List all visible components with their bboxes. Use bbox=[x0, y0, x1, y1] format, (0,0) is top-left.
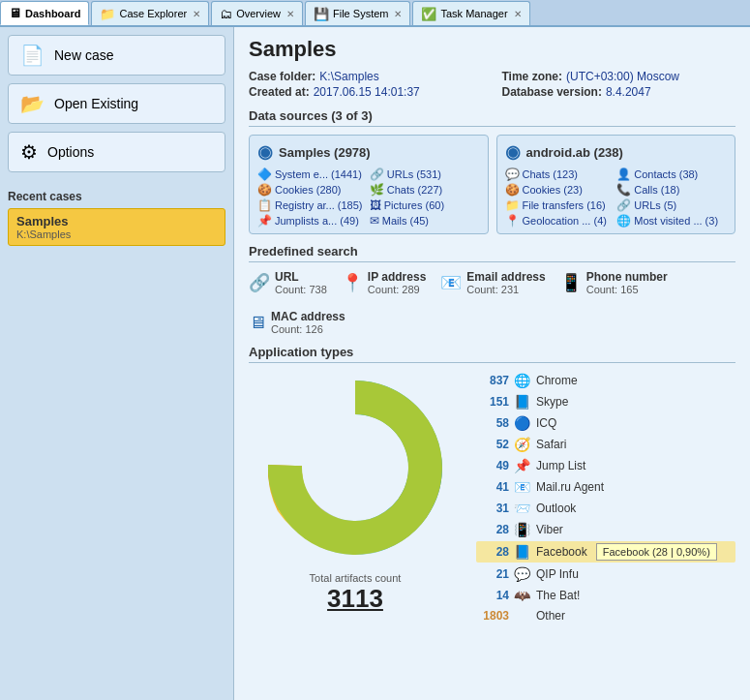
app-row-3[interactable]: 52 🧭 Safari bbox=[476, 435, 735, 454]
ds-item-0-0[interactable]: 🔷System e... (1441) bbox=[257, 167, 368, 181]
app-row-8[interactable]: 28 📘 Facebook Facebook (28 | 0,90%) bbox=[476, 541, 735, 563]
ds-item-1-3[interactable]: 📞Calls (18) bbox=[616, 183, 727, 197]
pred-text-0: URL Count: 738 bbox=[275, 270, 327, 295]
app-row-4[interactable]: 49 📌 Jump List bbox=[476, 456, 735, 475]
ds-item-icon-1-3: 📞 bbox=[616, 183, 631, 197]
predefined-search-title: Predefined search bbox=[249, 244, 735, 262]
open-existing-button[interactable]: 📂 Open Existing bbox=[8, 83, 225, 124]
predefined-item-2[interactable]: 📧 Email address Count: 231 bbox=[440, 270, 545, 295]
ds-item-1-1[interactable]: 👤Contacts (38) bbox=[616, 167, 727, 181]
ds-item-icon-1-0: 💬 bbox=[505, 167, 520, 181]
created-at-row: Created at: 2017.06.15 14:01:37 bbox=[249, 85, 483, 99]
ds-item-1-6[interactable]: 📍Geolocation ... (4) bbox=[505, 214, 615, 228]
ds-item-0-1[interactable]: 🔗URLs (531) bbox=[370, 167, 480, 181]
meta-grid: Case folder: K:\Samples Time zone: (UTC+… bbox=[249, 70, 735, 99]
ds-item-icon-1-6: 📍 bbox=[505, 214, 520, 228]
tab-overview[interactable]: 🗂 Overview ✕ bbox=[211, 1, 303, 25]
case-folder-value: K:\Samples bbox=[319, 70, 378, 83]
pred-count-3: Count: 165 bbox=[586, 284, 668, 295]
app-row-9[interactable]: 21 💬 QIP Infu bbox=[476, 564, 735, 584]
tab-case-explorer-close[interactable]: ✕ bbox=[193, 9, 200, 19]
predefined-search-section: Predefined search 🔗 URL Count: 738 📍 IP … bbox=[249, 244, 735, 335]
ds-item-1-0[interactable]: 💬Chats (123) bbox=[505, 167, 615, 181]
predefined-item-4[interactable]: 🖥 MAC address Count: 126 bbox=[249, 310, 345, 335]
app-icon-10: 🦇 bbox=[514, 588, 531, 603]
ds-item-icon-0-2: 🍪 bbox=[257, 183, 272, 197]
app-row-11[interactable]: 1803 Other bbox=[476, 607, 735, 624]
data-source-card-1: ◉android.ab (238)💬Chats (123)👤Contacts (… bbox=[496, 135, 736, 234]
app-icon-7: 📳 bbox=[514, 522, 531, 537]
db-version-value: 8.4.2047 bbox=[606, 85, 651, 99]
data-source-card-0: ◉Samples (2978)🔷System e... (1441)🔗URLs … bbox=[249, 135, 489, 234]
predefined-item-1[interactable]: 📍 IP address Count: 289 bbox=[342, 270, 426, 295]
ds-item-1-2[interactable]: 🍪Cookies (23) bbox=[505, 183, 615, 197]
app-count-7: 28 bbox=[480, 523, 509, 536]
app-icon-6: 📨 bbox=[514, 501, 531, 516]
ds-item-label-0-6: Jumplists a... (49) bbox=[275, 215, 359, 227]
ds-item-0-4[interactable]: 📋Registry ar... (185) bbox=[257, 198, 368, 212]
ds-item-icon-0-5: 🖼 bbox=[370, 198, 381, 212]
tab-overview-close[interactable]: ✕ bbox=[286, 9, 294, 19]
recent-cases-label: Recent cases bbox=[8, 190, 225, 203]
pred-count-2: Count: 231 bbox=[466, 284, 545, 295]
chart-area: Total artifacts count 3113 bbox=[249, 371, 462, 624]
app-name-10: The Bat! bbox=[536, 589, 580, 602]
data-source-name-1: android.ab (238) bbox=[526, 145, 623, 160]
main-layout: 📄 New case 📂 Open Existing ⚙ Options Rec… bbox=[0, 27, 750, 700]
app-icon-9: 💬 bbox=[514, 566, 531, 582]
app-row-6[interactable]: 31 📨 Outlook bbox=[476, 499, 735, 518]
tab-file-system-close[interactable]: ✕ bbox=[394, 9, 402, 19]
data-source-items-0: 🔷System e... (1441)🔗URLs (531)🍪Cookies (… bbox=[257, 167, 480, 228]
tab-case-explorer[interactable]: 📁 Case Explorer ✕ bbox=[91, 1, 209, 25]
ds-item-1-4[interactable]: 📁File transfers (16) bbox=[505, 198, 615, 212]
ds-item-icon-1-7: 🌐 bbox=[616, 214, 631, 228]
ds-item-1-7[interactable]: 🌐Most visited ... (3) bbox=[616, 214, 727, 228]
predefined-items: 🔗 URL Count: 738 📍 IP address Count: 289… bbox=[249, 270, 735, 335]
time-zone-label: Time zone: bbox=[502, 70, 562, 83]
data-source-header-0: ◉Samples (2978) bbox=[257, 141, 480, 163]
pred-count-4: Count: 126 bbox=[271, 323, 345, 335]
ds-item-label-0-4: Registry ar... (185) bbox=[275, 199, 362, 211]
recent-case-item[interactable]: Samples K:\Samples bbox=[8, 208, 225, 246]
ds-item-label-1-1: Contacts (38) bbox=[634, 168, 698, 180]
tab-file-system[interactable]: 💾 File System ✕ bbox=[305, 1, 410, 25]
app-tooltip-8: Facebook (28 | 0,90%) bbox=[596, 543, 717, 561]
tab-dashboard[interactable]: 🖥 Dashboard bbox=[0, 1, 89, 25]
app-name-0: Chrome bbox=[536, 374, 578, 387]
open-existing-icon: 📂 bbox=[20, 92, 45, 115]
data-source-name-0: Samples (2978) bbox=[279, 145, 371, 160]
case-folder-row: Case folder: K:\Samples bbox=[249, 70, 483, 83]
ds-item-1-5[interactable]: 🔗URLs (5) bbox=[616, 198, 727, 212]
app-row-5[interactable]: 41 📧 Mail.ru Agent bbox=[476, 477, 735, 497]
ds-item-0-3[interactable]: 🌿Chats (227) bbox=[370, 183, 480, 197]
pred-text-3: Phone number Count: 165 bbox=[586, 270, 668, 295]
pred-icon-1: 📍 bbox=[342, 272, 363, 293]
pred-label-0: URL bbox=[275, 270, 327, 284]
ds-item-0-7[interactable]: ✉Mails (45) bbox=[370, 214, 480, 228]
app-icon-0: 🌐 bbox=[514, 373, 531, 388]
app-row-0[interactable]: 837 🌐 Chrome bbox=[476, 371, 735, 390]
ds-item-label-0-2: Cookies (280) bbox=[275, 184, 341, 196]
app-row-7[interactable]: 28 📳 Viber bbox=[476, 520, 735, 539]
app-name-1: Skype bbox=[536, 395, 568, 409]
ds-item-label-1-5: URLs (5) bbox=[634, 199, 676, 211]
ds-item-0-2[interactable]: 🍪Cookies (280) bbox=[257, 183, 368, 197]
ds-item-0-5[interactable]: 🖼Pictures (60) bbox=[370, 198, 480, 212]
donut-chart bbox=[258, 371, 452, 564]
tab-task-manager[interactable]: ✅ Task Manager ✕ bbox=[412, 1, 529, 25]
page-title: Samples bbox=[249, 37, 735, 62]
pred-label-4: MAC address bbox=[271, 310, 345, 323]
new-case-button[interactable]: 📄 New case bbox=[8, 35, 225, 76]
tab-task-manager-close[interactable]: ✕ bbox=[514, 9, 522, 19]
predefined-item-0[interactable]: 🔗 URL Count: 738 bbox=[249, 270, 327, 295]
predefined-item-3[interactable]: 📱 Phone number Count: 165 bbox=[560, 270, 668, 295]
app-row-1[interactable]: 151 📘 Skype bbox=[476, 392, 735, 411]
app-row-10[interactable]: 14 🦇 The Bat! bbox=[476, 586, 735, 605]
chart-total-num: 3113 bbox=[327, 584, 383, 614]
ds-item-0-6[interactable]: 📌Jumplists a... (49) bbox=[257, 214, 368, 228]
data-source-header-1: ◉android.ab (238) bbox=[505, 141, 728, 163]
ds-item-icon-0-3: 🌿 bbox=[370, 183, 384, 197]
app-types-section: Application types bbox=[249, 345, 735, 624]
options-button[interactable]: ⚙ Options bbox=[8, 132, 225, 172]
app-row-2[interactable]: 58 🔵 ICQ bbox=[476, 413, 735, 433]
